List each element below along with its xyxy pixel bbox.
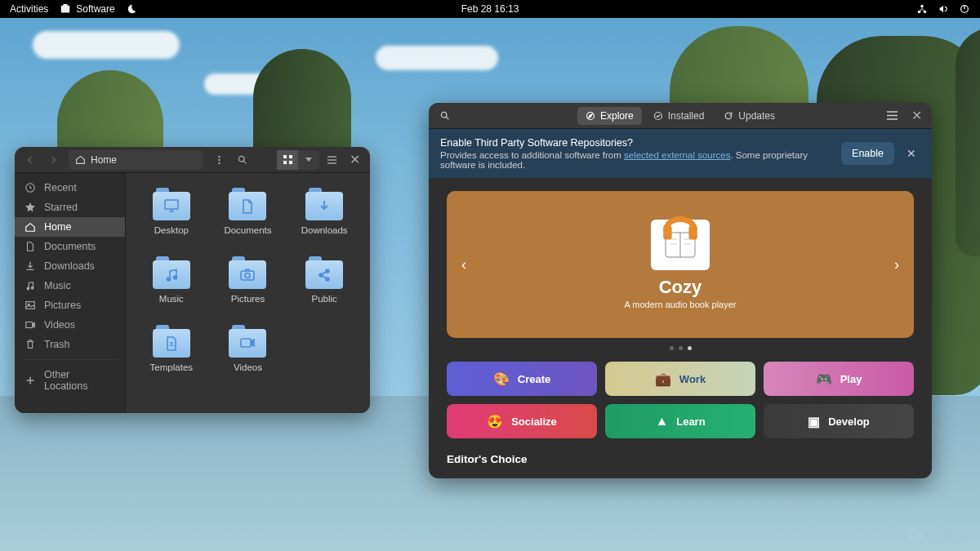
search-button[interactable] xyxy=(434,106,455,126)
clock[interactable]: Feb 28 16:13 xyxy=(461,3,519,15)
category-learn[interactable]: ▲Learn xyxy=(605,404,755,438)
folder-desktop[interactable]: Desktop xyxy=(137,188,206,255)
home-icon xyxy=(75,154,86,165)
sidebar-item-label: Home xyxy=(44,221,71,233)
sidebar-item-documents[interactable]: Documents xyxy=(15,237,125,256)
svg-point-20 xyxy=(27,287,29,290)
sidebar-item-music[interactable]: Music xyxy=(15,276,125,295)
sidebar-item-home[interactable]: Home xyxy=(15,217,125,237)
activities-button[interactable]: Activities xyxy=(10,3,48,15)
featured-app-title: Cozy xyxy=(659,277,702,298)
power-icon[interactable] xyxy=(959,3,970,15)
sidebar-item-label: Music xyxy=(44,280,71,291)
forward-button[interactable] xyxy=(42,150,64,170)
sidebar-item-recent[interactable]: Recent xyxy=(15,178,125,198)
sidebar-item-downloads[interactable]: Downloads xyxy=(15,256,125,276)
software-icon xyxy=(60,3,71,15)
section-title: Editor's Choice xyxy=(447,453,914,465)
folder-music[interactable]: Music xyxy=(137,256,206,323)
banner-text: Provides access to additional software f… xyxy=(440,150,833,170)
category-develop[interactable]: ▣Develop xyxy=(764,404,914,438)
view-dropdown-button[interactable] xyxy=(298,150,319,170)
hamburger-menu-button[interactable] xyxy=(881,106,902,126)
banner-title: Enable Third Party Software Repositories… xyxy=(440,137,833,149)
svg-line-11 xyxy=(243,161,246,163)
tab-installed[interactable]: Installed xyxy=(645,107,713,125)
svg-rect-15 xyxy=(289,161,292,164)
top-panel: Activities Software Feb 28 16:13 xyxy=(0,0,980,18)
sidebar-item-pictures[interactable]: Pictures xyxy=(15,295,125,315)
banner-close-button[interactable]: ✕ xyxy=(902,144,920,162)
svg-rect-24 xyxy=(26,322,33,328)
category-grid: 🎨Create💼Work🎮Play😍Socialize▲Learn▣Develo… xyxy=(447,362,914,438)
svg-rect-41 xyxy=(663,225,671,239)
svg-rect-33 xyxy=(241,339,251,347)
refresh-icon xyxy=(724,111,733,121)
enable-button[interactable]: Enable xyxy=(841,142,894,165)
svg-point-9 xyxy=(218,162,220,163)
svg-rect-1 xyxy=(64,4,68,7)
folder-downloads[interactable]: Downloads xyxy=(290,188,359,255)
app-menu[interactable]: Software xyxy=(60,3,114,15)
svg-rect-42 xyxy=(688,225,697,239)
svg-point-21 xyxy=(31,287,33,289)
pathbar[interactable]: Home xyxy=(69,150,203,170)
third-party-banner: Enable Third Party Software Repositories… xyxy=(429,129,932,178)
carousel-dots xyxy=(447,346,914,350)
check-icon xyxy=(653,111,663,121)
more-menu-button[interactable] xyxy=(208,150,229,170)
folder-documents[interactable]: Documents xyxy=(214,188,283,255)
sidebar-item-label: Downloads xyxy=(44,260,95,272)
create-icon: 🎨 xyxy=(493,371,510,387)
search-button[interactable] xyxy=(231,150,252,170)
folder-videos[interactable]: Videos xyxy=(214,325,283,392)
sidebar-item-starred[interactable]: Starred xyxy=(15,198,125,217)
svg-rect-25 xyxy=(165,200,178,209)
tab-explore[interactable]: Explore xyxy=(577,107,642,125)
category-play[interactable]: 🎮Play xyxy=(764,362,914,396)
view-list-button[interactable] xyxy=(321,150,342,170)
learn-icon: ▲ xyxy=(655,414,668,429)
svg-line-35 xyxy=(446,117,448,119)
sidebar-item-label: Starred xyxy=(44,202,78,213)
night-light-icon[interactable] xyxy=(127,3,138,15)
folder-templates[interactable]: Templates xyxy=(137,325,206,392)
category-work[interactable]: 💼Work xyxy=(605,362,755,396)
socialize-icon: 😍 xyxy=(487,414,503,429)
view-icons-button[interactable] xyxy=(277,150,298,170)
svg-rect-12 xyxy=(283,155,287,158)
featured-app-card[interactable]: ‹ › Cozy A modern audio book player xyxy=(447,191,914,338)
folder-pictures[interactable]: Pictures xyxy=(214,256,283,323)
files-window: Home ✕ RecentStarredHomeDocumentsDownloa… xyxy=(15,147,370,413)
svg-point-29 xyxy=(245,273,250,278)
svg-point-2 xyxy=(920,5,924,8)
folder-public[interactable]: Public xyxy=(290,256,359,323)
sidebar-item-trash[interactable]: Trash xyxy=(15,335,125,354)
back-button[interactable] xyxy=(20,150,41,170)
svg-rect-28 xyxy=(241,271,254,280)
files-headerbar: Home ✕ xyxy=(15,147,370,173)
compass-icon xyxy=(586,111,595,121)
svg-rect-13 xyxy=(289,155,292,158)
carousel-next-button[interactable]: › xyxy=(886,248,907,282)
software-window: Explore Installed Updates ✕ Enable Third… xyxy=(429,103,932,478)
svg-point-7 xyxy=(218,155,220,157)
sidebar-item-label: Videos xyxy=(44,319,75,331)
carousel-prev-button[interactable]: ‹ xyxy=(453,248,474,282)
tab-updates[interactable]: Updates xyxy=(715,107,783,125)
sidebar-item-videos[interactable]: Videos xyxy=(15,315,125,335)
svg-point-27 xyxy=(173,276,176,279)
featured-app-subtitle: A modern audio book player xyxy=(625,300,737,309)
network-icon[interactable] xyxy=(916,3,928,15)
develop-icon: ▣ xyxy=(808,414,820,429)
svg-rect-0 xyxy=(61,6,70,13)
cozy-app-icon xyxy=(651,220,710,270)
category-socialize[interactable]: 😍Socialize xyxy=(447,404,597,438)
close-button[interactable]: ✕ xyxy=(906,106,927,126)
sidebar-other-locations[interactable]: Other Locations xyxy=(15,365,125,396)
banner-link[interactable]: selected external sources xyxy=(624,150,730,160)
category-create[interactable]: 🎨Create xyxy=(447,362,597,396)
svg-point-10 xyxy=(238,156,244,162)
close-button[interactable]: ✕ xyxy=(344,150,365,170)
volume-icon[interactable] xyxy=(938,3,949,15)
